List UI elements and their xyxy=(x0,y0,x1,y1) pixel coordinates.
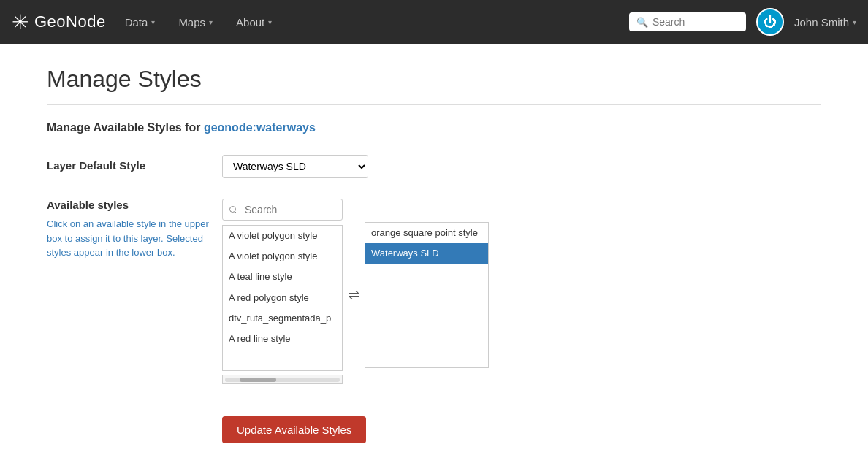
available-styles-desc: Click on an available style in the upper… xyxy=(47,217,222,260)
available-styles-upper-list[interactable]: A violet polygon style A violet polygon … xyxy=(222,225,343,371)
search-input[interactable] xyxy=(652,16,739,28)
list-item[interactable]: A red line style xyxy=(223,329,342,349)
geonode-logo-icon: ✳ xyxy=(12,10,28,34)
section-subtitle: Manage Available Styles for geonode:wate… xyxy=(47,121,821,134)
layer-default-style-row: Layer Default Style Waterways SLD A teal… xyxy=(47,155,821,178)
nav-item-about: About ▾ xyxy=(224,0,283,44)
layer-link[interactable]: geonode:waterways xyxy=(204,121,316,134)
chevron-down-icon: ▾ xyxy=(268,18,272,26)
nav-link-maps[interactable]: Maps ▾ xyxy=(167,0,224,44)
list-item[interactable]: orange square point style xyxy=(365,223,488,243)
navbar: ✳ GeoNode Data ▾ Maps ▾ About ▾ 🔍 xyxy=(0,0,868,44)
user-menu[interactable]: John Smith ▾ xyxy=(794,16,856,28)
user-avatar-icon: ⏻ xyxy=(764,15,777,28)
page-title: Manage Styles xyxy=(47,66,821,105)
styles-right: orange square point style Waterways SLD xyxy=(365,199,489,368)
main-nav: Data ▾ Maps ▾ About ▾ xyxy=(113,0,284,44)
scroll-track xyxy=(225,378,340,382)
nav-label-about: About xyxy=(236,16,264,28)
styles-center: A violet polygon style A violet polygon … xyxy=(222,199,343,384)
subtitle-text: Manage Available Styles for xyxy=(47,121,204,134)
list-item[interactable]: A teal line style xyxy=(223,267,342,287)
layer-default-style-control: Waterways SLD A teal line style A violet… xyxy=(222,155,821,178)
scroll-thumb xyxy=(240,378,276,382)
available-styles-left: Available styles Click on an available s… xyxy=(47,199,222,260)
nav-item-data: Data ▾ xyxy=(113,0,167,44)
list-item-selected[interactable]: Waterways SLD xyxy=(365,243,488,264)
list-item[interactable]: A red polygon style xyxy=(223,288,342,308)
styles-search-input[interactable] xyxy=(222,199,343,221)
list-item[interactable]: A violet polygon style xyxy=(223,226,342,246)
desc-part3: the lower box. xyxy=(113,247,175,258)
nav-item-maps: Maps ▾ xyxy=(167,0,224,44)
list-item[interactable]: dtv_ruta_segmentada_p xyxy=(223,308,342,329)
nav-link-about[interactable]: About ▾ xyxy=(224,0,283,44)
list-item[interactable]: A violet polygon style xyxy=(223,246,342,267)
update-available-styles-button[interactable]: Update Available Styles xyxy=(222,416,366,443)
selected-styles-lower-list[interactable]: orange square point style Waterways SLD xyxy=(365,222,489,368)
available-styles-row: Available styles Click on an available s… xyxy=(47,199,821,384)
brand-logo[interactable]: ✳ GeoNode xyxy=(12,10,106,34)
search-box: 🔍 xyxy=(629,12,746,31)
layer-default-style-label: Layer Default Style xyxy=(47,155,222,172)
nav-label-data: Data xyxy=(125,16,148,28)
transfer-arrow-button[interactable]: ⇌ xyxy=(343,222,365,368)
main-content: Manage Styles Manage Available Styles fo… xyxy=(32,44,836,473)
desc-in: in xyxy=(106,247,113,258)
navbar-right: 🔍 ⏻ John Smith ▾ xyxy=(629,8,856,36)
brand-name: GeoNode xyxy=(34,12,106,31)
available-styles-label: Available styles xyxy=(47,199,222,211)
default-style-select[interactable]: Waterways SLD A teal line style A violet… xyxy=(222,155,368,178)
horizontal-scrollbar[interactable] xyxy=(222,375,343,384)
nav-label-maps: Maps xyxy=(178,16,205,28)
search-icon: 🔍 xyxy=(636,17,648,28)
nav-link-data[interactable]: Data ▾ xyxy=(113,0,167,44)
chevron-down-icon: ▾ xyxy=(151,18,155,26)
user-name: John Smith xyxy=(794,16,849,28)
user-chevron-icon: ▾ xyxy=(853,18,856,26)
chevron-down-icon: ▾ xyxy=(209,18,213,26)
user-avatar[interactable]: ⏻ xyxy=(756,8,784,36)
